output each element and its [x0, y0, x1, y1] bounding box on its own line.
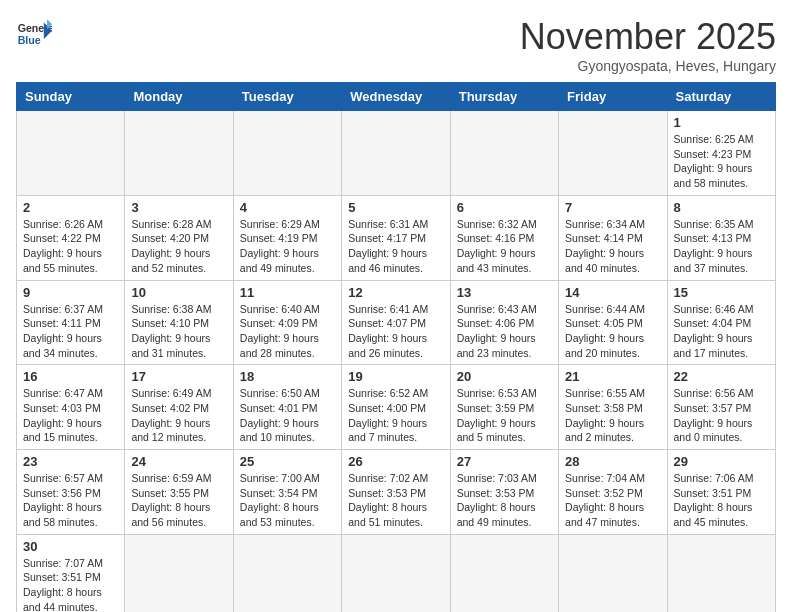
day-cell — [342, 111, 450, 196]
day-number: 25 — [240, 454, 335, 469]
day-number: 9 — [23, 285, 118, 300]
day-number: 14 — [565, 285, 660, 300]
day-number: 21 — [565, 369, 660, 384]
day-number: 5 — [348, 200, 443, 215]
day-info: Sunrise: 7:02 AMSunset: 3:53 PMDaylight:… — [348, 471, 443, 530]
calendar-title: November 2025 — [520, 16, 776, 58]
day-cell: 9Sunrise: 6:37 AMSunset: 4:11 PMDaylight… — [17, 280, 125, 365]
svg-text:Blue: Blue — [18, 34, 41, 46]
day-number: 3 — [131, 200, 226, 215]
day-info: Sunrise: 6:59 AMSunset: 3:55 PMDaylight:… — [131, 471, 226, 530]
day-info: Sunrise: 6:40 AMSunset: 4:09 PMDaylight:… — [240, 302, 335, 361]
col-thursday: Thursday — [450, 83, 558, 111]
general-blue-logo-icon: General Blue — [16, 16, 52, 52]
day-number: 27 — [457, 454, 552, 469]
week-row-6: 30Sunrise: 7:07 AMSunset: 3:51 PMDayligh… — [17, 534, 776, 612]
day-cell: 13Sunrise: 6:43 AMSunset: 4:06 PMDayligh… — [450, 280, 558, 365]
day-info: Sunrise: 6:35 AMSunset: 4:13 PMDaylight:… — [674, 217, 769, 276]
day-cell: 27Sunrise: 7:03 AMSunset: 3:53 PMDayligh… — [450, 450, 558, 535]
day-cell — [233, 111, 341, 196]
day-cell: 26Sunrise: 7:02 AMSunset: 3:53 PMDayligh… — [342, 450, 450, 535]
calendar-table: Sunday Monday Tuesday Wednesday Thursday… — [16, 82, 776, 612]
day-cell — [450, 534, 558, 612]
day-cell: 19Sunrise: 6:52 AMSunset: 4:00 PMDayligh… — [342, 365, 450, 450]
title-block: November 2025 Gyongyospata, Heves, Hunga… — [520, 16, 776, 74]
day-info: Sunrise: 6:44 AMSunset: 4:05 PMDaylight:… — [565, 302, 660, 361]
day-cell: 5Sunrise: 6:31 AMSunset: 4:17 PMDaylight… — [342, 195, 450, 280]
day-cell: 8Sunrise: 6:35 AMSunset: 4:13 PMDaylight… — [667, 195, 775, 280]
day-cell: 20Sunrise: 6:53 AMSunset: 3:59 PMDayligh… — [450, 365, 558, 450]
day-info: Sunrise: 7:04 AMSunset: 3:52 PMDaylight:… — [565, 471, 660, 530]
day-info: Sunrise: 6:49 AMSunset: 4:02 PMDaylight:… — [131, 386, 226, 445]
day-number: 11 — [240, 285, 335, 300]
day-number: 23 — [23, 454, 118, 469]
day-info: Sunrise: 6:37 AMSunset: 4:11 PMDaylight:… — [23, 302, 118, 361]
day-cell: 24Sunrise: 6:59 AMSunset: 3:55 PMDayligh… — [125, 450, 233, 535]
day-info: Sunrise: 7:07 AMSunset: 3:51 PMDaylight:… — [23, 556, 118, 612]
day-number: 1 — [674, 115, 769, 130]
calendar-header-row: Sunday Monday Tuesday Wednesday Thursday… — [17, 83, 776, 111]
day-number: 12 — [348, 285, 443, 300]
day-info: Sunrise: 6:53 AMSunset: 3:59 PMDaylight:… — [457, 386, 552, 445]
day-cell: 7Sunrise: 6:34 AMSunset: 4:14 PMDaylight… — [559, 195, 667, 280]
day-cell — [559, 534, 667, 612]
day-number: 17 — [131, 369, 226, 384]
day-info: Sunrise: 6:26 AMSunset: 4:22 PMDaylight:… — [23, 217, 118, 276]
day-info: Sunrise: 6:32 AMSunset: 4:16 PMDaylight:… — [457, 217, 552, 276]
day-info: Sunrise: 6:56 AMSunset: 3:57 PMDaylight:… — [674, 386, 769, 445]
day-number: 20 — [457, 369, 552, 384]
day-info: Sunrise: 6:28 AMSunset: 4:20 PMDaylight:… — [131, 217, 226, 276]
week-row-1: 1Sunrise: 6:25 AMSunset: 4:23 PMDaylight… — [17, 111, 776, 196]
day-cell: 21Sunrise: 6:55 AMSunset: 3:58 PMDayligh… — [559, 365, 667, 450]
day-info: Sunrise: 6:50 AMSunset: 4:01 PMDaylight:… — [240, 386, 335, 445]
logo: General Blue — [16, 16, 52, 52]
day-info: Sunrise: 6:41 AMSunset: 4:07 PMDaylight:… — [348, 302, 443, 361]
day-cell: 25Sunrise: 7:00 AMSunset: 3:54 PMDayligh… — [233, 450, 341, 535]
day-cell: 16Sunrise: 6:47 AMSunset: 4:03 PMDayligh… — [17, 365, 125, 450]
col-sunday: Sunday — [17, 83, 125, 111]
day-info: Sunrise: 6:52 AMSunset: 4:00 PMDaylight:… — [348, 386, 443, 445]
col-friday: Friday — [559, 83, 667, 111]
day-cell: 23Sunrise: 6:57 AMSunset: 3:56 PMDayligh… — [17, 450, 125, 535]
day-number: 2 — [23, 200, 118, 215]
day-info: Sunrise: 7:00 AMSunset: 3:54 PMDaylight:… — [240, 471, 335, 530]
day-number: 18 — [240, 369, 335, 384]
day-number: 16 — [23, 369, 118, 384]
day-cell: 17Sunrise: 6:49 AMSunset: 4:02 PMDayligh… — [125, 365, 233, 450]
col-wednesday: Wednesday — [342, 83, 450, 111]
day-number: 26 — [348, 454, 443, 469]
day-cell — [125, 111, 233, 196]
day-number: 22 — [674, 369, 769, 384]
day-cell: 3Sunrise: 6:28 AMSunset: 4:20 PMDaylight… — [125, 195, 233, 280]
day-cell — [667, 534, 775, 612]
day-cell: 15Sunrise: 6:46 AMSunset: 4:04 PMDayligh… — [667, 280, 775, 365]
day-info: Sunrise: 6:34 AMSunset: 4:14 PMDaylight:… — [565, 217, 660, 276]
day-info: Sunrise: 6:43 AMSunset: 4:06 PMDaylight:… — [457, 302, 552, 361]
day-number: 13 — [457, 285, 552, 300]
day-info: Sunrise: 6:38 AMSunset: 4:10 PMDaylight:… — [131, 302, 226, 361]
col-tuesday: Tuesday — [233, 83, 341, 111]
day-info: Sunrise: 6:47 AMSunset: 4:03 PMDaylight:… — [23, 386, 118, 445]
calendar-body: 1Sunrise: 6:25 AMSunset: 4:23 PMDaylight… — [17, 111, 776, 613]
day-cell: 6Sunrise: 6:32 AMSunset: 4:16 PMDaylight… — [450, 195, 558, 280]
col-monday: Monday — [125, 83, 233, 111]
day-cell — [125, 534, 233, 612]
day-number: 30 — [23, 539, 118, 554]
day-cell: 18Sunrise: 6:50 AMSunset: 4:01 PMDayligh… — [233, 365, 341, 450]
header: General Blue November 2025 Gyongyospata,… — [16, 16, 776, 74]
day-cell — [342, 534, 450, 612]
week-row-5: 23Sunrise: 6:57 AMSunset: 3:56 PMDayligh… — [17, 450, 776, 535]
day-info: Sunrise: 6:25 AMSunset: 4:23 PMDaylight:… — [674, 132, 769, 191]
day-cell — [233, 534, 341, 612]
day-cell — [559, 111, 667, 196]
day-cell: 14Sunrise: 6:44 AMSunset: 4:05 PMDayligh… — [559, 280, 667, 365]
day-cell: 22Sunrise: 6:56 AMSunset: 3:57 PMDayligh… — [667, 365, 775, 450]
week-row-3: 9Sunrise: 6:37 AMSunset: 4:11 PMDaylight… — [17, 280, 776, 365]
week-row-4: 16Sunrise: 6:47 AMSunset: 4:03 PMDayligh… — [17, 365, 776, 450]
day-number: 4 — [240, 200, 335, 215]
calendar-subtitle: Gyongyospata, Heves, Hungary — [520, 58, 776, 74]
day-number: 6 — [457, 200, 552, 215]
day-cell: 11Sunrise: 6:40 AMSunset: 4:09 PMDayligh… — [233, 280, 341, 365]
day-cell: 2Sunrise: 6:26 AMSunset: 4:22 PMDaylight… — [17, 195, 125, 280]
day-number: 7 — [565, 200, 660, 215]
